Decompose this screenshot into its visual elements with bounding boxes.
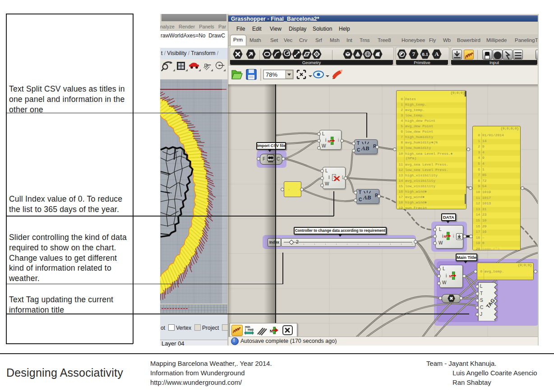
svg-text:AB: AB xyxy=(363,194,371,201)
svg-text:AB: AB xyxy=(361,145,369,152)
svg-text:78%: 78% xyxy=(266,71,277,78)
svg-text:N: N xyxy=(270,329,273,333)
